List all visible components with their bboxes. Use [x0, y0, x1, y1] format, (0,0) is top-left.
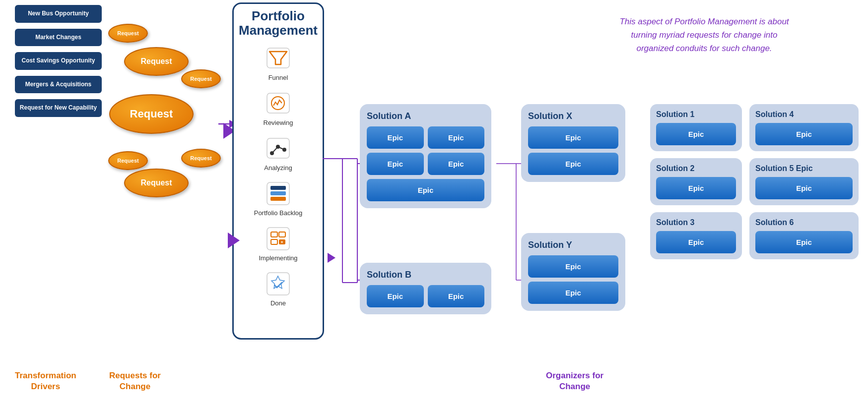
- svg-rect-24: [270, 191, 286, 195]
- solution-a-epic-3: Epic: [367, 153, 424, 175]
- solution-x-epic-1: Epic: [528, 126, 618, 149]
- driver-request-new: Request for New Capability: [15, 99, 102, 117]
- svg-rect-28: [279, 232, 285, 237]
- solution-5-title: Solution 5 Epic: [755, 164, 853, 173]
- solution-b-epic-2: Epic: [428, 285, 485, 307]
- organizers-label: Organizers forChange: [546, 370, 603, 392]
- driver-market: Market Changes: [15, 29, 102, 47]
- pm-step-funnel: Funnel: [244, 43, 313, 81]
- solution-1-title: Solution 1: [656, 110, 736, 119]
- svg-rect-29: [271, 239, 277, 244]
- description-text: This aspect of Portfolio Management is a…: [560, 15, 848, 56]
- reviewing-icon: [261, 88, 296, 118]
- svg-rect-23: [270, 186, 286, 190]
- pm-step-analyzing: Analyzing: [244, 133, 313, 172]
- requests-for-change-label: Requests forChange: [109, 370, 161, 392]
- portfolio-management-box: Portfolio Management Funnel Reviewing: [232, 2, 324, 340]
- solution-a-epic-4: Epic: [428, 153, 485, 175]
- solution-y-epic-1: Epic: [528, 255, 618, 278]
- pm-title: Portfolio Management: [234, 9, 323, 37]
- solution-5-epic: Epic: [755, 177, 853, 199]
- pm-step-done: Done: [244, 269, 313, 307]
- implementing-label: Implementing: [259, 254, 297, 262]
- solution-3-title: Solution 3: [656, 218, 736, 227]
- solution-3-epic: Epic: [656, 231, 736, 253]
- solution-a-group: Solution A Epic Epic Epic Epic Epic: [360, 104, 491, 208]
- solution-a-epic-2: Epic: [428, 126, 485, 149]
- solution-6-title: Solution 6: [755, 218, 853, 227]
- solution-4-title: Solution 4: [755, 110, 853, 119]
- backlog-label: Portfolio Backlog: [254, 209, 303, 217]
- pm-step-reviewing: Reviewing: [244, 88, 313, 126]
- solution-y-title: Solution Y: [528, 240, 618, 250]
- solution-a-epic-1: Epic: [367, 126, 424, 149]
- request-ellipse-2: Request: [124, 47, 189, 76]
- funnel-icon: [261, 43, 296, 73]
- driver-mergers: Mergers & Acquisitions: [15, 76, 102, 94]
- solution-4-epic: Epic: [755, 123, 853, 145]
- solution-a-title: Solution A: [367, 111, 484, 121]
- svg-line-20: [272, 147, 278, 153]
- funnel-label: Funnel: [268, 74, 288, 81]
- request-ellipse-4: Request: [109, 94, 194, 134]
- solution-1-epic: Epic: [656, 123, 736, 145]
- solution-2-epic: Epic: [656, 177, 736, 199]
- request-ellipse-3: Request: [181, 69, 221, 88]
- implementing-icon: ✕: [261, 224, 296, 253]
- svg-marker-13: [269, 52, 287, 64]
- driver-cost-savings: Cost Savings Opportunity: [15, 52, 102, 70]
- solution-b-epic-1: Epic: [367, 285, 424, 307]
- done-icon: [261, 269, 296, 298]
- pm-step-implementing: ✕ Implementing: [244, 224, 313, 262]
- svg-rect-27: [271, 232, 277, 237]
- request-ellipse-6: Request: [181, 149, 221, 168]
- solution-y-epic-2: Epic: [528, 282, 618, 304]
- solution-x-group: Solution X Epic Epic: [521, 104, 625, 182]
- svg-text:✕: ✕: [280, 240, 283, 244]
- reviewing-label: Reviewing: [264, 119, 293, 126]
- svg-rect-26: [267, 228, 289, 250]
- diagram-container: New Bus Opportunity Market Changes Cost …: [0, 0, 868, 407]
- solution-x-epic-2: Epic: [528, 153, 618, 175]
- solution-x-title: Solution X: [528, 111, 618, 121]
- drivers-column: New Bus Opportunity Market Changes Cost …: [15, 5, 102, 123]
- driver-new-bus: New Bus Opportunity: [15, 5, 102, 23]
- solution-b-group: Solution B Epic Epic: [360, 263, 491, 314]
- solution-6-epic: Epic: [755, 231, 853, 253]
- request-ellipse-1: Request: [108, 24, 148, 43]
- svg-marker-7: [328, 253, 335, 263]
- analyzing-icon: [261, 133, 296, 163]
- backlog-icon: [261, 178, 296, 208]
- solution-2-title: Solution 2: [656, 164, 736, 173]
- solution-b-title: Solution B: [367, 270, 484, 280]
- done-label: Done: [270, 299, 286, 307]
- request-ellipse-5: Request: [108, 151, 148, 170]
- pm-step-backlog: Portfolio Backlog: [244, 178, 313, 217]
- solution-a-epic-5: Epic: [367, 179, 484, 201]
- solutions-col2: Solution 4 Epic Solution 5 Epic Epic Sol…: [749, 104, 859, 259]
- solutions-col1: Solution 1 Epic Solution 2 Epic Solution…: [650, 104, 742, 259]
- analyzing-label: Analyzing: [264, 164, 292, 172]
- solution-y-group: Solution Y Epic Epic: [521, 233, 625, 311]
- request-ellipse-7: Request: [124, 169, 189, 197]
- transformation-drivers-label: TransformationDrivers: [15, 370, 76, 392]
- implementing-arrow: [228, 233, 240, 248]
- svg-rect-25: [270, 197, 286, 201]
